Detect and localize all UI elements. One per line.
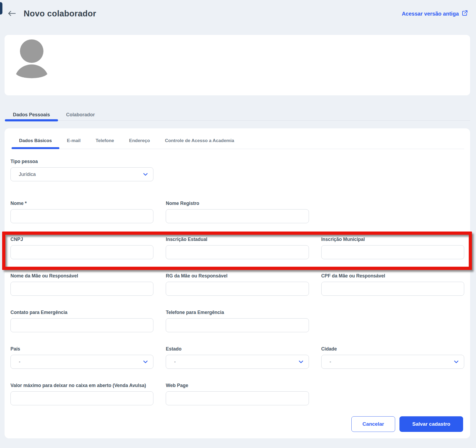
page-header: Novo colaborador Acessar versão antiga [0,0,476,27]
main-tabs: Dados Pessoais Colaborador [5,108,470,121]
tipo-pessoa-select[interactable]: Jurídica [10,167,153,181]
subtab-endereco[interactable]: Endereço [122,134,157,149]
subtab-label: Endereço [129,138,150,143]
nome-mae-label: Nome da Mãe ou Responsável [10,273,153,279]
external-link-icon [462,10,468,17]
contato-emergencia-input[interactable] [10,318,153,332]
pais-select[interactable]: - [10,355,153,369]
tipo-pessoa-value: Jurídica [19,172,36,177]
field-cidade: Cidade - [321,346,464,369]
cidade-select[interactable]: - [321,355,464,369]
nome-mae-input[interactable] [10,282,153,296]
nome-registro-input[interactable] [166,209,309,223]
subtab-label: Telefone [96,138,114,143]
dados-basicos-form: Tipo pessoa Jurídica Nome * Nome Registr… [10,158,464,405]
person-avatar-icon [13,38,50,81]
rg-mae-input[interactable] [166,282,309,296]
tab-label: Dados Pessoais [13,112,50,118]
subtab-dados-basicos[interactable]: Dados Básicos [12,134,59,149]
back-button[interactable] [8,10,16,17]
field-nome: Nome * [10,200,153,223]
cidade-label: Cidade [321,346,464,352]
field-tipo-pessoa: Tipo pessoa Jurídica [10,158,153,181]
field-pais: País - [10,346,153,369]
chevron-down-icon [143,359,148,365]
field-cpf-mae: CPF da Mãe ou Responsável [321,273,464,296]
inscricao-municipal-label: Inscrição Municipal [321,236,464,243]
cancel-button[interactable]: Cancelar [351,416,395,432]
nome-registro-label: Nome Registro [166,200,309,207]
subtab-email[interactable]: E-mail [59,134,88,149]
old-version-link-label: Acessar versão antiga [402,11,459,17]
cidade-value: - [330,359,331,365]
field-cnpj: CNPJ [10,236,153,259]
inscricao-estadual-input[interactable] [166,245,309,259]
pais-label: País [10,346,153,352]
nome-input[interactable] [10,209,153,223]
cnpj-label: CNPJ [10,236,153,243]
avatar-card [5,35,470,95]
field-estado: Estado - [166,346,309,369]
estado-value: - [174,359,176,365]
rg-mae-label: RG da Mãe ou Responsável [166,273,309,279]
pais-value: - [19,359,20,365]
inscricao-municipal-input[interactable] [321,245,464,259]
estado-label: Estado [166,346,309,352]
field-nome-registro: Nome Registro [166,200,309,223]
field-inscricao-estadual: Inscrição Estadual [166,236,309,259]
web-page-label: Web Page [166,382,309,389]
telefone-emergencia-label: Telefone para Emergência [166,309,309,316]
cnpj-input[interactable] [10,245,153,259]
tab-colaborador[interactable]: Colaborador [58,108,103,121]
web-page-input[interactable] [166,391,309,405]
subtab-controle-acesso[interactable]: Controle de Acesso a Academia [157,134,242,149]
subtab-label: Dados Básicos [19,138,52,143]
nome-label: Nome * [10,200,153,207]
tab-dados-pessoais[interactable]: Dados Pessoais [5,108,58,121]
page-title: Novo colaborador [24,9,96,19]
chevron-down-icon [143,172,148,177]
back-arrow-icon [8,10,16,17]
valor-maximo-label: Valor máximo para deixar no caixa em abe… [10,382,153,389]
valor-maximo-input[interactable] [10,391,153,405]
subtab-label: E-mail [67,138,81,143]
estado-select[interactable]: - [166,355,309,369]
contato-emergencia-label: Contato para Emergência [10,309,153,316]
telefone-emergencia-input[interactable] [166,318,309,332]
field-rg-mae: RG da Mãe ou Responsável [166,273,309,296]
subtab-label: Controle de Acesso a Academia [165,138,234,143]
field-contato-emergencia: Contato para Emergência [10,309,153,332]
chevron-down-icon [299,359,303,365]
save-button[interactable]: Salvar cadastro [399,416,463,432]
chevron-down-icon [454,359,459,365]
field-nome-mae: Nome da Mãe ou Responsável [10,273,153,296]
field-valor-maximo: Valor máximo para deixar no caixa em abe… [10,382,153,405]
form-card: Dados Básicos E-mail Telefone Endereço C… [5,128,470,438]
cpf-mae-label: CPF da Mãe ou Responsável [321,273,464,279]
subtab-telefone[interactable]: Telefone [88,134,122,149]
field-web-page: Web Page [166,382,309,405]
sub-tabs: Dados Básicos E-mail Telefone Endereço C… [12,128,464,149]
old-version-link[interactable]: Acessar versão antiga [402,10,468,17]
form-footer: Cancelar Salvar cadastro [351,416,463,432]
tipo-pessoa-label: Tipo pessoa [10,158,153,165]
inscricao-estadual-label: Inscrição Estadual [166,236,309,243]
tab-label: Colaborador [66,112,95,118]
cpf-mae-input[interactable] [321,282,464,296]
field-inscricao-municipal: Inscrição Municipal [321,236,464,259]
field-telefone-emergencia: Telefone para Emergência [166,309,309,332]
